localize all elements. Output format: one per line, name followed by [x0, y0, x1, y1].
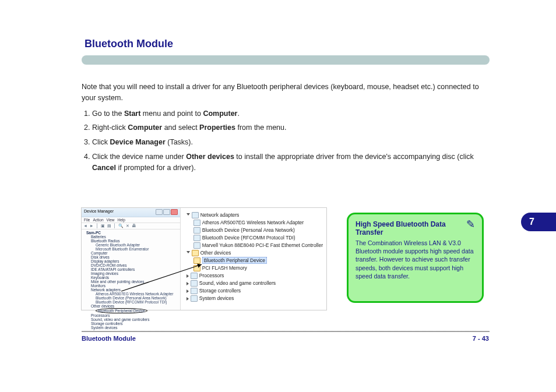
maximize-icon: [163, 209, 170, 215]
step-3: Click Device Manager (Tasks).: [92, 137, 490, 148]
collapse-icon: [186, 282, 189, 285]
pen-icon: ✎: [466, 218, 475, 231]
note-box: ✎ High Speed Bluetooth Data Transfer The…: [347, 213, 484, 303]
footer-left: Bluetooth Module: [82, 335, 136, 342]
note-body: The Combination Wireless LAN & V3.0 Blue…: [356, 239, 475, 280]
step-1: Go to the Start menu and point to Comput…: [92, 108, 490, 119]
sound-icon: [191, 280, 198, 287]
collapse-icon: [186, 274, 189, 278]
footer-right: 7 - 43: [473, 335, 489, 342]
step-4: Click the device name under Other device…: [92, 151, 490, 174]
section-title: Bluetooth Module: [85, 38, 173, 50]
dm-left-pane: Device Manager FileActionViewHelp ◄ ► │ …: [82, 208, 181, 310]
device-manager-screenshot: Device Manager FileActionViewHelp ◄ ► │ …: [82, 208, 326, 310]
device-icon: [193, 220, 200, 226]
device-icon: [193, 242, 200, 249]
minimize-icon: [156, 209, 163, 215]
expand-icon: [186, 213, 190, 217]
steps-list: Go to the Start menu and point to Comput…: [92, 108, 490, 174]
dm-right-pane: Network adapters Atheros AR5007EG Wirele…: [181, 208, 326, 310]
storage-icon: [191, 288, 198, 294]
footer-rule: [82, 331, 490, 332]
device-icon: [193, 235, 200, 241]
dm-toolbar: ◄ ► │ ▣ ▤ │ 🔍 ✕ 🖶: [82, 223, 180, 229]
processors-icon: [191, 273, 198, 279]
expand-icon: [186, 251, 190, 255]
collapse-icon: [186, 289, 189, 293]
step-2: Right-click Computer and select Properti…: [92, 122, 490, 133]
collapse-icon: [186, 297, 189, 301]
circled-bluetooth-peripheral: Bluetooth Peripheral Device: [96, 308, 147, 313]
intro-text: Note that you will need to install a dri…: [82, 82, 490, 104]
warning-icon: [193, 257, 200, 264]
dm-root: Sam-PC: [86, 231, 178, 235]
dm-menubar: FileActionViewHelp: [82, 217, 180, 223]
system-icon: [191, 295, 198, 302]
note-title: High Speed Bluetooth Data Transfer: [356, 220, 475, 236]
network-adapters-icon: [192, 212, 199, 218]
device-icon: [193, 227, 200, 234]
dm-tree: Sam-PC Batteries Bluetooth Radios Generi…: [82, 229, 180, 331]
other-devices-icon: [192, 250, 199, 256]
chapter-tab: 7: [521, 213, 556, 231]
warning-icon: [193, 265, 200, 271]
dm-titlebar: Device Manager: [82, 208, 180, 217]
body-text: Note that you will need to install a dri…: [82, 82, 490, 176]
window-buttons: [155, 209, 178, 216]
title-bar: [82, 55, 490, 65]
dm-window-title: Device Manager: [84, 209, 114, 216]
close-icon: [171, 209, 178, 215]
highlighted-device: Bluetooth Peripheral Device: [202, 257, 267, 264]
